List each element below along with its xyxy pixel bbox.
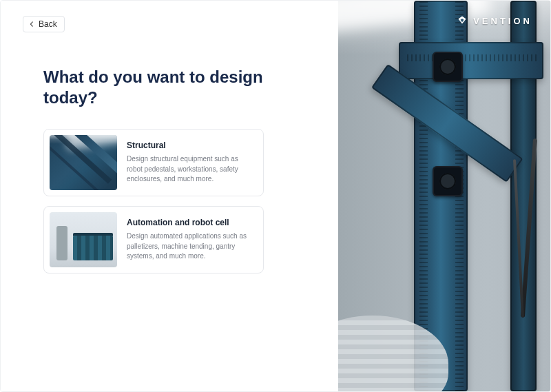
chevron-left-icon	[29, 19, 34, 29]
back-label: Back	[39, 19, 57, 29]
app-frame: Back What do you want to design today? S…	[0, 0, 551, 392]
brand-logo: VENTION	[457, 14, 532, 28]
left-pane: Back What do you want to design today? S…	[1, 1, 338, 391]
content-area: What do you want to design today? Struct…	[23, 32, 316, 274]
option-thumb-structural	[50, 135, 117, 190]
brand-name: VENTION	[473, 16, 532, 26]
option-desc: Design structural equipment such as robo…	[127, 154, 253, 185]
page-heading: What do you want to design today?	[43, 67, 264, 108]
option-title: Structural	[127, 141, 253, 150]
option-title: Automation and robot cell	[127, 218, 253, 227]
hero-image-panel: VENTION	[338, 1, 550, 391]
option-thumb-automation	[50, 212, 117, 267]
option-body: Automation and robot cell Design automat…	[127, 212, 258, 267]
hero-joint	[433, 166, 463, 196]
option-card-structural[interactable]: Structural Design structural equipment s…	[43, 129, 264, 196]
hero-joint	[433, 52, 463, 82]
option-card-automation[interactable]: Automation and robot cell Design automat…	[43, 206, 264, 274]
back-button[interactable]: Back	[23, 16, 65, 32]
option-list: Structural Design structural equipment s…	[43, 129, 264, 274]
option-desc: Design automated applications such as pa…	[127, 231, 253, 262]
brand-mark-icon	[457, 14, 468, 28]
hero-beam-slot	[407, 54, 537, 61]
option-body: Structural Design structural equipment s…	[127, 135, 258, 190]
